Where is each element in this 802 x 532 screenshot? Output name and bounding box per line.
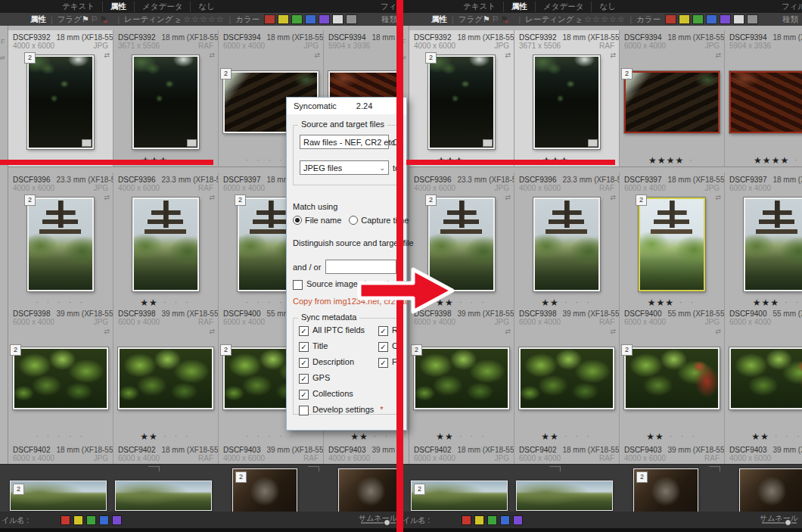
filter-tab[interactable]: なし bbox=[591, 2, 623, 12]
photo-thumbnail[interactable]: 2 bbox=[428, 55, 495, 149]
photo-thumbnail[interactable]: 2 bbox=[624, 347, 720, 409]
color-label-swatch[interactable] bbox=[733, 14, 744, 24]
color-label-swatch[interactable] bbox=[264, 14, 275, 24]
filmstrip-thumbnail[interactable]: 2 bbox=[10, 481, 107, 511]
photo-cell[interactable]: DSCF939623.3 mm (XF18-55m...4000 x 6000J… bbox=[8, 173, 113, 310]
checkbox-icon[interactable]: ✓ bbox=[378, 326, 388, 336]
filter-tab[interactable]: テキスト bbox=[455, 2, 503, 12]
color-label-swatch[interactable] bbox=[319, 14, 330, 24]
star-rating[interactable]: ★★ · · · bbox=[409, 429, 514, 441]
thumbnail-size-slider[interactable] bbox=[762, 522, 797, 524]
photo-cell[interactable]: DSCF940055 mm (XF18-55mm...6000 x 4000JP… bbox=[620, 306, 725, 443]
color-label-swatch[interactable] bbox=[665, 14, 676, 24]
photo-cell[interactable]: DSCF939418 mm (XF18-55mm...6000 x 4000JP… bbox=[620, 30, 725, 167]
checkbox-icon[interactable] bbox=[299, 406, 309, 415]
star-rating[interactable]: ★★ · · · bbox=[620, 429, 724, 441]
flag-unflagged-icon[interactable]: ⚐ bbox=[91, 14, 100, 23]
photo-cell[interactable]: DSCF939218 mm (XF18-55mm...4000 x 6000JP… bbox=[8, 30, 113, 167]
photo-cell[interactable]: DSCF939718 mm (XF18-55mm...6000 x 4000⇄★… bbox=[725, 173, 802, 310]
color-label-swatch[interactable] bbox=[747, 14, 758, 24]
photo-cell[interactable]: DSCF939623.3 mm (XF18-55m...4000 x 6000R… bbox=[113, 173, 219, 310]
stack-count-badge[interactable]: 2 bbox=[220, 344, 232, 356]
photo-cell[interactable]: DSCF939218 mm (XF18-55mm...3671 x 5506RA… bbox=[113, 30, 219, 167]
star-rating[interactable]: ★★ · · · bbox=[514, 429, 619, 441]
photo-thumbnail[interactable] bbox=[729, 347, 802, 409]
photo-thumbnail[interactable] bbox=[132, 198, 199, 291]
color-label-swatch[interactable] bbox=[720, 14, 731, 24]
photo-cell[interactable]: DSCF939839 mm (XF18-55mm...6000 x 4000RA… bbox=[113, 306, 219, 443]
star-rating[interactable]: · · · · · bbox=[8, 429, 113, 441]
thumbnail-badge-icon[interactable] bbox=[82, 139, 92, 147]
photo-thumbnail[interactable] bbox=[533, 198, 600, 291]
stack-count-badge[interactable]: 2 bbox=[24, 194, 36, 206]
target-files-dropdown[interactable]: JPEG files⌄ bbox=[300, 160, 389, 175]
checkbox-icon[interactable]: ✓ bbox=[299, 374, 309, 384]
photo-cell[interactable]: DSCF939839 mm (XF18-55mm...6000 x 4000JP… bbox=[409, 306, 514, 443]
rating-gte-symbol[interactable]: ≥ bbox=[176, 15, 180, 24]
color-label-swatch[interactable] bbox=[86, 515, 96, 525]
stack-count-badge[interactable]: 2 bbox=[425, 52, 437, 64]
color-label-swatch[interactable] bbox=[346, 14, 357, 24]
flag-unflagged-icon[interactable]: ⚐ bbox=[492, 14, 501, 23]
checkbox-icon[interactable]: ✓ bbox=[299, 342, 309, 352]
color-label-swatch[interactable] bbox=[73, 515, 83, 525]
star-rating[interactable]: ★★ · · · bbox=[725, 429, 802, 441]
stack-count-badge[interactable]: 2 bbox=[10, 344, 21, 356]
photo-cell[interactable]: DSCF940339 mm (XF18-55mm...4000 x 6000RA… bbox=[219, 443, 324, 464]
photo-cell[interactable]: DSCF940218 mm (XF18-55mm...6000 x 4000RA… bbox=[514, 443, 620, 464]
stack-count-badge[interactable]: 2 bbox=[24, 52, 36, 64]
photo-cell[interactable]: DSCF939623.3 mm (XF18-55m...4000 x 6000R… bbox=[514, 173, 620, 310]
photo-cell[interactable]: DSCF939218 mm (XF18-55mm...3671 x 5506RA… bbox=[514, 30, 620, 167]
photo-cell[interactable]: DSCF939218 mm (XF18-55mm...4000 x 6000JP… bbox=[409, 30, 514, 167]
thumbnail-slider-knob[interactable] bbox=[384, 519, 390, 526]
filter-tab[interactable]: テキスト bbox=[54, 2, 102, 12]
checkbox-row[interactable]: ✓Description bbox=[299, 357, 384, 368]
checkbox-row[interactable]: ✓GPS bbox=[299, 373, 384, 384]
filter-tab[interactable]: メタデータ bbox=[535, 2, 591, 12]
filmstrip-thumbnail[interactable]: 2 bbox=[633, 468, 698, 512]
color-label-swatch[interactable] bbox=[513, 515, 523, 525]
color-label-swatch[interactable] bbox=[679, 14, 690, 24]
checkbox-icon[interactable]: ✓ bbox=[378, 342, 388, 352]
filter-tab[interactable]: 属性 bbox=[503, 2, 535, 12]
photo-thumbnail[interactable]: 2 bbox=[624, 71, 720, 133]
color-label-swatch[interactable] bbox=[112, 515, 122, 525]
rating-stars-filter[interactable]: ☆☆☆☆☆ bbox=[584, 14, 625, 24]
photo-cell[interactable]: DSCF939418 mm (XF18-55mm...5904 x 3936⇄★… bbox=[725, 30, 802, 167]
rating-stars-filter[interactable]: ☆☆☆☆☆ bbox=[183, 14, 224, 24]
filmstrip-thumbnail[interactable] bbox=[516, 481, 613, 511]
radio-option[interactable]: File name bbox=[293, 216, 341, 225]
flag-filter-icons[interactable]: ⚑⚐⚑✕ bbox=[483, 14, 514, 24]
star-rating[interactable]: ★★★★ · bbox=[620, 153, 724, 165]
color-label-swatch[interactable] bbox=[278, 14, 289, 24]
filter-tab[interactable]: 属性 bbox=[102, 2, 134, 12]
stack-count-badge[interactable]: 2 bbox=[411, 344, 422, 356]
filmstrip-thumbnail[interactable]: 2 bbox=[232, 468, 297, 512]
color-label-swatch[interactable] bbox=[291, 14, 303, 24]
photo-thumbnail[interactable] bbox=[533, 55, 600, 149]
thumbnail-slider-knob[interactable] bbox=[785, 519, 791, 526]
source-files-dropdown[interactable]: Raw files - NEF, CR2 etc⌄ bbox=[300, 135, 389, 149]
color-label-swatch[interactable] bbox=[462, 515, 471, 525]
color-label-swatch[interactable] bbox=[332, 14, 343, 24]
stack-count-badge[interactable]: 2 bbox=[636, 471, 648, 483]
star-rating[interactable]: ★★ · · · bbox=[514, 295, 619, 307]
color-label-swatch[interactable] bbox=[706, 14, 717, 24]
dialog-title-bar[interactable]: Syncomatic 2.24 bbox=[287, 98, 406, 114]
checkbox-icon[interactable]: ✓ bbox=[378, 358, 388, 368]
photo-thumbnail[interactable]: 2 bbox=[27, 55, 94, 149]
thumbnail-badge-icon[interactable] bbox=[483, 139, 493, 147]
filmstrip-thumbnail[interactable] bbox=[115, 481, 212, 511]
photo-thumbnail[interactable] bbox=[744, 198, 802, 291]
photo-thumbnail[interactable] bbox=[118, 347, 213, 409]
color-label-swatch[interactable] bbox=[99, 515, 109, 525]
photo-cell[interactable]: DSCF939839 mm (XF18-55mm...6000 x 4000JP… bbox=[8, 306, 113, 443]
checkbox-icon[interactable]: ✓ bbox=[299, 326, 309, 336]
stack-count-badge[interactable]: 2 bbox=[220, 68, 232, 79]
filmstrip-thumbnail[interactable]: 2 bbox=[411, 481, 508, 511]
filmstrip-thumbnail[interactable] bbox=[338, 468, 401, 512]
photo-cell[interactable]: DSCF940339 mm (XF18-55mm...4000 x 6000RA… bbox=[620, 443, 725, 464]
star-rating[interactable]: ★★★ · · bbox=[725, 295, 802, 307]
checkbox-row[interactable]: ✓All IPTC fields bbox=[299, 325, 384, 336]
color-label-swatch[interactable] bbox=[305, 14, 316, 24]
